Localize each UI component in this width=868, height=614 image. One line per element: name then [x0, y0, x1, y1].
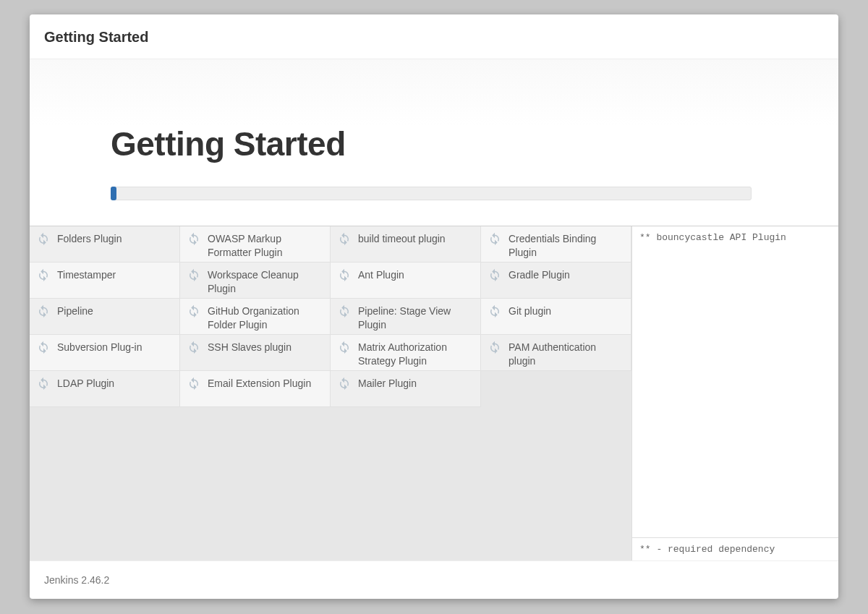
refresh-icon [37, 341, 50, 354]
refresh-icon [187, 268, 200, 281]
install-log-body: ** bouncycastle API Plugin [632, 226, 838, 537]
plugin-label: LDAP Plugin [57, 376, 174, 391]
plugin-label: Folders Plugin [57, 231, 174, 246]
refresh-icon [488, 304, 501, 317]
plugin-label: Subversion Plug-in [57, 340, 174, 354]
plugin-label: PAM Authentication plugin [509, 340, 625, 368]
plugin-cell: build timeout plugin [331, 226, 481, 263]
dialog-footer: Jenkins 2.46.2 [30, 560, 838, 599]
refresh-icon [338, 377, 351, 390]
refresh-icon [338, 268, 351, 281]
plugin-cell: Gradle Plugin [481, 263, 631, 299]
dialog-header: Getting Started [30, 14, 838, 59]
refresh-icon [37, 232, 50, 245]
refresh-icon [338, 232, 351, 245]
plugin-label: Email Extension Plugin [208, 376, 324, 391]
plugin-cell: LDAP Plugin [30, 371, 180, 407]
install-log-footer: ** - required dependency [632, 537, 838, 560]
refresh-icon [187, 304, 200, 317]
plugin-label: Credentials Binding Plugin [509, 231, 625, 260]
plugin-cell: Folders Plugin [30, 226, 180, 263]
refresh-icon [187, 377, 200, 390]
dialog-header-title: Getting Started [44, 29, 824, 46]
progress-fill [111, 187, 116, 200]
plugin-cell: Email Extension Plugin [180, 371, 331, 407]
plugin-label: Workspace Cleanup Plugin [208, 268, 324, 296]
refresh-icon [37, 232, 50, 245]
plugin-label: Pipeline: Stage View Plugin [358, 304, 475, 332]
refresh-icon [187, 232, 200, 245]
refresh-icon [338, 268, 351, 281]
plugin-cell: Timestamper [30, 263, 180, 299]
plugin-cell: Pipeline: Stage View Plugin [331, 299, 481, 335]
refresh-icon [37, 377, 50, 390]
refresh-icon [338, 341, 351, 354]
refresh-icon [488, 232, 501, 245]
refresh-icon [338, 377, 351, 390]
refresh-icon [37, 304, 50, 317]
refresh-icon [37, 268, 50, 281]
plugins-grid: Folders Plugin OWASP Markup Formatter Pl… [30, 226, 631, 560]
plugin-cell: Pipeline [30, 299, 180, 335]
refresh-icon [37, 304, 50, 317]
getting-started-dialog: Getting Started Getting Started Folders … [30, 14, 838, 599]
refresh-icon [187, 377, 200, 390]
refresh-icon [338, 341, 351, 354]
main-heading-block: Getting Started [30, 59, 838, 226]
refresh-icon [37, 341, 50, 354]
plugin-label: Matrix Authorization Strategy Plugin [358, 340, 475, 368]
refresh-icon [187, 304, 200, 317]
refresh-icon [488, 341, 501, 354]
jenkins-version: Jenkins 2.46.2 [44, 574, 109, 586]
plugin-label: Timestamper [57, 268, 174, 282]
log-line: ** bouncycastle API Plugin [639, 232, 831, 243]
plugin-cell: Git plugin [481, 299, 631, 335]
plugin-cell: GitHub Organization Folder Plugin [180, 299, 331, 335]
progress-bar [111, 187, 752, 200]
plugin-label: OWASP Markup Formatter Plugin [208, 231, 324, 260]
plugin-cell: PAM Authentication plugin [481, 335, 631, 371]
plugin-cell: Mailer Plugin [331, 371, 481, 407]
refresh-icon [488, 232, 501, 245]
plugin-label: Pipeline [57, 304, 174, 318]
plugin-label: Gradle Plugin [509, 268, 625, 282]
refresh-icon [37, 377, 50, 390]
refresh-icon [488, 268, 501, 281]
plugin-cell: Credentials Binding Plugin [481, 226, 631, 263]
refresh-icon [488, 268, 501, 281]
content-row: Folders Plugin OWASP Markup Formatter Pl… [30, 226, 838, 560]
plugin-cell: Matrix Authorization Strategy Plugin [331, 335, 481, 371]
plugin-label: build timeout plugin [358, 231, 475, 246]
plugin-cell: Subversion Plug-in [30, 335, 180, 371]
plugin-cell: Workspace Cleanup Plugin [180, 263, 331, 299]
plugin-label: SSH Slaves plugin [208, 340, 324, 354]
install-log-panel: ** bouncycastle API Plugin ** - required… [631, 226, 838, 560]
plugin-label: Git plugin [509, 304, 625, 318]
refresh-icon [187, 341, 200, 354]
refresh-icon [37, 268, 50, 281]
plugin-cell: Ant Plugin [331, 263, 481, 299]
refresh-icon [338, 304, 351, 317]
plugin-label: Mailer Plugin [358, 376, 475, 391]
refresh-icon [338, 304, 351, 317]
plugin-label: Ant Plugin [358, 268, 475, 282]
refresh-icon [187, 232, 200, 245]
refresh-icon [187, 341, 200, 354]
refresh-icon [488, 341, 501, 354]
plugin-cell: OWASP Markup Formatter Plugin [180, 226, 331, 263]
main-heading: Getting Started [111, 124, 838, 163]
plugin-cell: SSH Slaves plugin [180, 335, 331, 371]
plugin-label: GitHub Organization Folder Plugin [208, 304, 324, 332]
refresh-icon [338, 232, 351, 245]
refresh-icon [187, 268, 200, 281]
refresh-icon [488, 304, 501, 317]
